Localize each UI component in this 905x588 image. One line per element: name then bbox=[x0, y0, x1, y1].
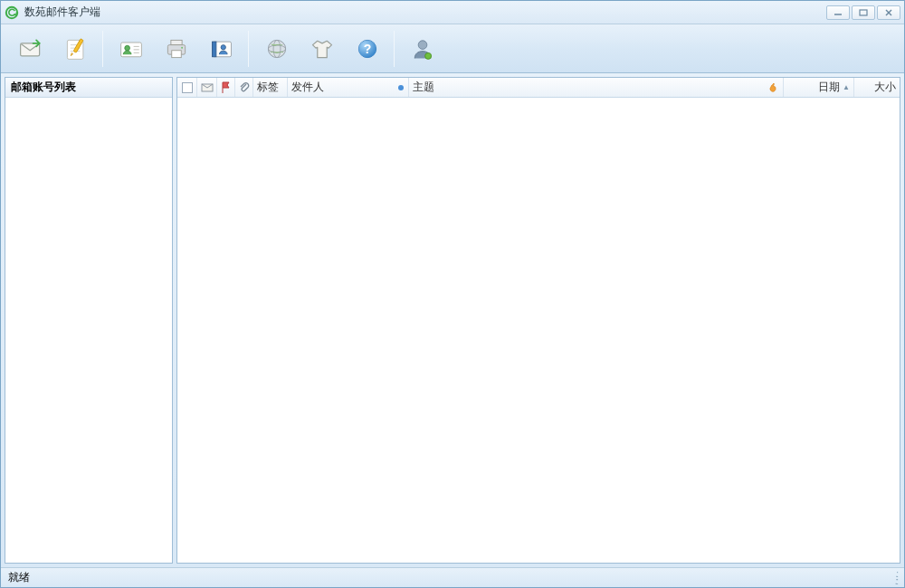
receive-mail-button[interactable] bbox=[8, 29, 53, 69]
svg-rect-22 bbox=[213, 42, 216, 57]
col-read-status[interactable] bbox=[197, 78, 217, 97]
title-bar: 数苑邮件客户端 bbox=[1, 1, 904, 24]
compose-icon bbox=[63, 36, 89, 62]
status-text: 就绪 bbox=[8, 570, 30, 585]
col-attachment[interactable] bbox=[235, 78, 253, 97]
app-icon bbox=[5, 5, 19, 20]
sidebar-panel: 邮箱账号列表 bbox=[5, 77, 173, 564]
message-list[interactable] bbox=[177, 98, 900, 563]
dot-blue-icon bbox=[397, 84, 405, 91]
printer-icon bbox=[164, 36, 189, 62]
col-subject-label: 主题 bbox=[413, 80, 434, 95]
fire-icon bbox=[768, 82, 779, 93]
sort-asc-icon: ▲ bbox=[843, 83, 850, 91]
paperclip-icon bbox=[238, 81, 251, 94]
help-icon: ? bbox=[355, 36, 380, 62]
toolbar-separator bbox=[102, 31, 103, 67]
svg-rect-2 bbox=[860, 10, 867, 15]
svg-rect-17 bbox=[171, 40, 182, 44]
svg-point-31 bbox=[425, 52, 432, 59]
status-bar: 就绪 .:.:: bbox=[1, 567, 904, 587]
svg-rect-19 bbox=[172, 50, 182, 57]
svg-point-34 bbox=[398, 85, 404, 90]
svg-point-20 bbox=[181, 46, 183, 48]
maximize-button[interactable] bbox=[852, 5, 875, 20]
sidebar-header-label: 邮箱账号列表 bbox=[11, 80, 76, 95]
col-tag[interactable]: 标签 bbox=[253, 78, 288, 97]
address-book-icon bbox=[209, 36, 234, 62]
flag-icon bbox=[220, 81, 233, 94]
minimize-button[interactable] bbox=[826, 5, 850, 20]
content-area: 邮箱账号列表 标签 发件人 bbox=[1, 73, 904, 567]
col-size[interactable]: 大小 bbox=[854, 78, 900, 97]
globe-icon bbox=[264, 36, 290, 62]
message-list-panel: 标签 发件人 主题 日期 ▲ 大小 bbox=[176, 77, 900, 564]
skin-button[interactable] bbox=[300, 29, 345, 69]
user-icon bbox=[410, 36, 435, 62]
compose-mail-button[interactable] bbox=[53, 29, 99, 69]
user-button[interactable] bbox=[400, 29, 445, 69]
envelope-icon bbox=[201, 81, 214, 94]
web-button[interactable] bbox=[254, 29, 300, 69]
app-window: 数苑邮件客户端 bbox=[0, 0, 905, 588]
toolbar-separator bbox=[248, 31, 249, 67]
col-subject[interactable]: 主题 bbox=[409, 78, 784, 97]
svg-point-24 bbox=[268, 40, 285, 57]
svg-point-13 bbox=[125, 45, 130, 51]
col-flag[interactable] bbox=[217, 78, 235, 97]
col-checkbox[interactable] bbox=[177, 78, 197, 97]
col-tag-label: 标签 bbox=[257, 80, 279, 95]
svg-rect-32 bbox=[182, 82, 192, 92]
close-button[interactable] bbox=[877, 5, 900, 20]
main-toolbar: ? bbox=[1, 24, 904, 73]
contacts-button[interactable] bbox=[109, 29, 154, 69]
window-title: 数苑邮件客户端 bbox=[24, 5, 100, 20]
contact-card-icon bbox=[119, 36, 144, 62]
resize-grip[interactable]: .:.:: bbox=[895, 571, 897, 585]
print-button[interactable] bbox=[154, 29, 199, 69]
envelope-in-icon bbox=[18, 36, 43, 62]
svg-point-23 bbox=[221, 44, 225, 49]
column-headers: 标签 发件人 主题 日期 ▲ 大小 bbox=[177, 78, 900, 98]
col-size-label: 大小 bbox=[874, 80, 896, 95]
col-sender[interactable]: 发件人 bbox=[288, 78, 409, 97]
account-list[interactable] bbox=[5, 98, 172, 563]
svg-text:?: ? bbox=[364, 42, 372, 56]
col-sender-label: 发件人 bbox=[291, 80, 324, 95]
toolbar-separator bbox=[394, 31, 395, 67]
tshirt-icon bbox=[310, 36, 335, 62]
address-book-button[interactable] bbox=[199, 29, 244, 69]
col-date-label: 日期 bbox=[818, 80, 840, 95]
col-date[interactable]: 日期 ▲ bbox=[784, 78, 854, 97]
help-button[interactable]: ? bbox=[345, 29, 390, 69]
svg-point-30 bbox=[418, 40, 427, 49]
sidebar-header: 邮箱账号列表 bbox=[5, 78, 172, 98]
